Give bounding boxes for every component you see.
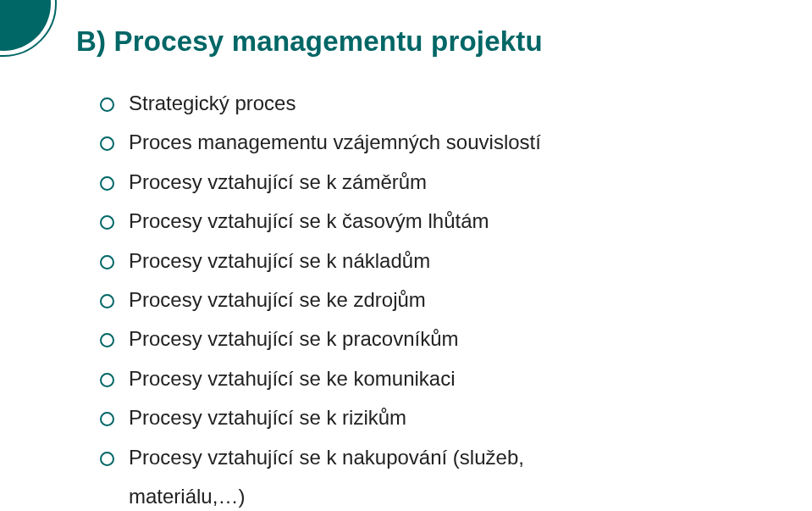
list-item: Procesy vztahující se k nakupování (služ… [100,444,753,471]
bullet-list: Strategický proces Proces managementu vz… [76,90,753,471]
slide-content: B) Procesy managementu projektu Strategi… [0,0,812,511]
list-item: Procesy vztahující se k nákladům [100,247,753,275]
list-item-continuation: materiálu,…) [76,483,753,510]
list-item: Procesy vztahující se k časovým lhůtám [100,208,753,235]
slide-title: B) Procesy managementu projektu [76,25,753,58]
list-item: Strategický proces [100,90,753,117]
list-item: Procesy vztahující se k záměrům [100,169,753,196]
list-item: Procesy vztahující se ke komunikaci [100,365,753,392]
list-item: Procesy vztahující se ke zdrojům [100,286,753,314]
list-item: Procesy vztahující se k rizikům [100,404,753,431]
list-item: Procesy vztahující se k pracovníkům [100,325,753,353]
list-item: Proces managementu vzájemných souvislost… [100,129,753,156]
